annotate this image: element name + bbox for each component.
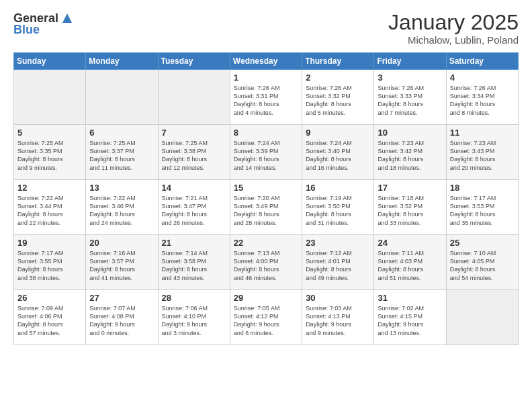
calendar-cell: 1Sunrise: 7:26 AM Sunset: 3:31 PM Daylig… — [230, 70, 302, 125]
cell-info: Sunrise: 7:20 AM Sunset: 3:49 PM Dayligh… — [234, 194, 298, 227]
day-number: 10 — [378, 128, 442, 138]
day-number: 2 — [306, 73, 370, 83]
calendar-cell — [86, 70, 158, 125]
calendar-cell: 20Sunrise: 7:16 AM Sunset: 3:57 PM Dayli… — [86, 235, 158, 290]
cell-info: Sunrise: 7:16 AM Sunset: 3:57 PM Dayligh… — [89, 249, 154, 282]
col-tuesday: Tuesday — [158, 53, 230, 70]
day-number: 31 — [378, 293, 442, 303]
day-number: 6 — [89, 128, 154, 138]
calendar-cell: 6Sunrise: 7:25 AM Sunset: 3:37 PM Daylig… — [86, 125, 158, 180]
calendar-cell: 3Sunrise: 7:26 AM Sunset: 3:33 PM Daylig… — [374, 70, 446, 125]
cell-info: Sunrise: 7:22 AM Sunset: 3:44 PM Dayligh… — [17, 194, 82, 227]
cell-info: Sunrise: 7:25 AM Sunset: 3:38 PM Dayligh… — [162, 139, 226, 172]
day-number: 23 — [306, 238, 370, 248]
day-number: 3 — [378, 73, 442, 83]
cell-info: Sunrise: 7:25 AM Sunset: 3:35 PM Dayligh… — [17, 139, 82, 172]
day-number: 26 — [17, 293, 82, 303]
calendar-cell: 12Sunrise: 7:22 AM Sunset: 3:44 PM Dayli… — [14, 180, 86, 235]
cell-info: Sunrise: 7:09 AM Sunset: 4:06 PM Dayligh… — [17, 304, 82, 337]
day-number: 15 — [234, 183, 298, 193]
col-saturday: Saturday — [446, 53, 518, 70]
day-number: 19 — [17, 238, 82, 248]
cell-info: Sunrise: 7:26 AM Sunset: 3:34 PM Dayligh… — [450, 84, 515, 117]
cell-info: Sunrise: 7:25 AM Sunset: 3:37 PM Dayligh… — [89, 139, 154, 172]
cell-info: Sunrise: 7:17 AM Sunset: 3:55 PM Dayligh… — [17, 249, 82, 282]
calendar-cell: 17Sunrise: 7:18 AM Sunset: 3:52 PM Dayli… — [374, 180, 446, 235]
cell-info: Sunrise: 7:26 AM Sunset: 3:31 PM Dayligh… — [234, 84, 298, 117]
day-number: 28 — [162, 293, 226, 303]
col-friday: Friday — [374, 53, 446, 70]
cell-info: Sunrise: 7:26 AM Sunset: 3:33 PM Dayligh… — [378, 84, 442, 117]
day-number: 24 — [378, 238, 442, 248]
calendar-cell: 26Sunrise: 7:09 AM Sunset: 4:06 PM Dayli… — [14, 290, 86, 345]
col-thursday: Thursday — [302, 53, 374, 70]
day-number: 8 — [234, 128, 298, 138]
calendar-cell: 9Sunrise: 7:24 AM Sunset: 3:40 PM Daylig… — [302, 125, 374, 180]
page: General Blue January 2025 Michalow, Lubl… — [0, 0, 532, 411]
calendar-cell: 25Sunrise: 7:10 AM Sunset: 4:05 PM Dayli… — [446, 235, 518, 290]
col-wednesday: Wednesday — [230, 53, 302, 70]
title-block: January 2025 Michalow, Lublin, Poland — [388, 11, 519, 46]
day-number: 5 — [17, 128, 82, 138]
cell-info: Sunrise: 7:03 AM Sunset: 4:13 PM Dayligh… — [306, 304, 370, 337]
day-number: 30 — [306, 293, 370, 303]
cell-info: Sunrise: 7:07 AM Sunset: 4:08 PM Dayligh… — [89, 304, 154, 337]
cell-info: Sunrise: 7:24 AM Sunset: 3:40 PM Dayligh… — [306, 139, 370, 172]
week-row-4: 19Sunrise: 7:17 AM Sunset: 3:55 PM Dayli… — [14, 235, 519, 290]
week-row-3: 12Sunrise: 7:22 AM Sunset: 3:44 PM Dayli… — [14, 180, 519, 235]
cell-info: Sunrise: 7:06 AM Sunset: 4:10 PM Dayligh… — [162, 304, 226, 337]
calendar-cell: 18Sunrise: 7:17 AM Sunset: 3:53 PM Dayli… — [446, 180, 518, 235]
cell-info: Sunrise: 7:12 AM Sunset: 4:01 PM Dayligh… — [306, 249, 370, 282]
calendar-cell: 29Sunrise: 7:05 AM Sunset: 4:12 PM Dayli… — [230, 290, 302, 345]
cell-info: Sunrise: 7:11 AM Sunset: 4:03 PM Dayligh… — [378, 249, 442, 282]
day-number: 21 — [162, 238, 226, 248]
col-sunday: Sunday — [14, 53, 86, 70]
calendar-cell: 31Sunrise: 7:02 AM Sunset: 4:15 PM Dayli… — [374, 290, 446, 345]
day-number: 17 — [378, 183, 442, 193]
cell-info: Sunrise: 7:26 AM Sunset: 3:32 PM Dayligh… — [306, 84, 370, 117]
calendar-cell — [446, 290, 518, 345]
day-number: 7 — [162, 128, 226, 138]
col-monday: Monday — [86, 53, 158, 70]
cell-info: Sunrise: 7:14 AM Sunset: 3:58 PM Dayligh… — [162, 249, 226, 282]
calendar-cell: 16Sunrise: 7:19 AM Sunset: 3:50 PM Dayli… — [302, 180, 374, 235]
cell-info: Sunrise: 7:13 AM Sunset: 4:00 PM Dayligh… — [234, 249, 298, 282]
day-number: 14 — [162, 183, 226, 193]
calendar-cell — [158, 70, 230, 125]
cell-info: Sunrise: 7:17 AM Sunset: 3:53 PM Dayligh… — [450, 194, 515, 227]
day-number: 4 — [450, 73, 515, 83]
day-number: 12 — [17, 183, 82, 193]
week-row-2: 5Sunrise: 7:25 AM Sunset: 3:35 PM Daylig… — [14, 125, 519, 180]
calendar-cell: 27Sunrise: 7:07 AM Sunset: 4:08 PM Dayli… — [86, 290, 158, 345]
calendar-cell: 11Sunrise: 7:23 AM Sunset: 3:43 PM Dayli… — [446, 125, 518, 180]
logo-icon — [60, 11, 75, 26]
calendar-table: Sunday Monday Tuesday Wednesday Thursday… — [13, 52, 519, 345]
day-number: 9 — [306, 128, 370, 138]
calendar-cell: 10Sunrise: 7:23 AM Sunset: 3:42 PM Dayli… — [374, 125, 446, 180]
day-number: 11 — [450, 128, 515, 138]
day-number: 27 — [89, 293, 154, 303]
calendar-cell: 2Sunrise: 7:26 AM Sunset: 3:32 PM Daylig… — [302, 70, 374, 125]
calendar-cell: 15Sunrise: 7:20 AM Sunset: 3:49 PM Dayli… — [230, 180, 302, 235]
day-number: 16 — [306, 183, 370, 193]
day-number: 18 — [450, 183, 515, 193]
calendar-cell: 8Sunrise: 7:24 AM Sunset: 3:39 PM Daylig… — [230, 125, 302, 180]
calendar-cell: 19Sunrise: 7:17 AM Sunset: 3:55 PM Dayli… — [14, 235, 86, 290]
calendar-cell: 23Sunrise: 7:12 AM Sunset: 4:01 PM Dayli… — [302, 235, 374, 290]
day-number: 29 — [234, 293, 298, 303]
cell-info: Sunrise: 7:23 AM Sunset: 3:43 PM Dayligh… — [450, 139, 515, 172]
cell-info: Sunrise: 7:21 AM Sunset: 3:47 PM Dayligh… — [162, 194, 226, 227]
day-number: 22 — [234, 238, 298, 248]
cell-info: Sunrise: 7:02 AM Sunset: 4:15 PM Dayligh… — [378, 304, 442, 337]
cell-info: Sunrise: 7:19 AM Sunset: 3:50 PM Dayligh… — [306, 194, 370, 227]
calendar-cell: 13Sunrise: 7:22 AM Sunset: 3:46 PM Dayli… — [86, 180, 158, 235]
day-number: 20 — [89, 238, 154, 248]
day-number: 1 — [234, 73, 298, 83]
calendar-cell: 24Sunrise: 7:11 AM Sunset: 4:03 PM Dayli… — [374, 235, 446, 290]
calendar-cell: 21Sunrise: 7:14 AM Sunset: 3:58 PM Dayli… — [158, 235, 230, 290]
calendar-title: January 2025 — [388, 11, 519, 34]
logo: General Blue — [13, 11, 75, 37]
header-row: Sunday Monday Tuesday Wednesday Thursday… — [14, 53, 519, 70]
calendar-cell — [14, 70, 86, 125]
calendar-cell: 28Sunrise: 7:06 AM Sunset: 4:10 PM Dayli… — [158, 290, 230, 345]
